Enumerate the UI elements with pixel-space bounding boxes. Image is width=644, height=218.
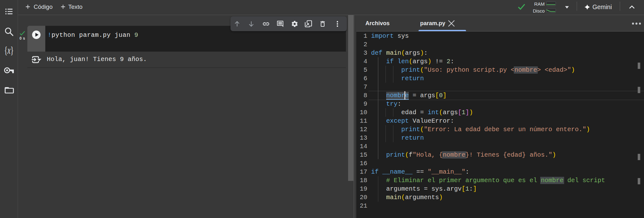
svg-text:{x}: {x} (4, 44, 14, 56)
